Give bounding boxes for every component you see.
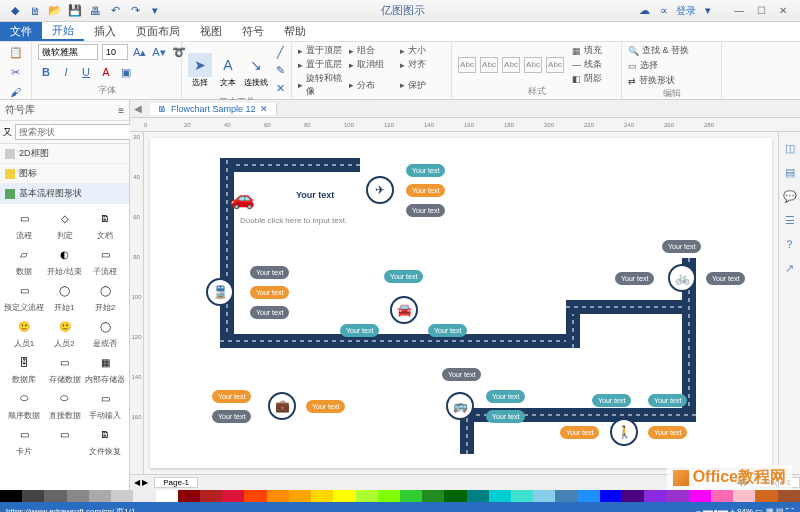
node-bus[interactable]: 🚌 [446, 392, 474, 420]
tag[interactable]: Your text [648, 394, 687, 407]
tag[interactable]: Your text [406, 184, 445, 197]
shape-category[interactable]: 图标 [0, 164, 129, 184]
share-icon[interactable]: ∝ [656, 4, 672, 18]
connector-tool-icon[interactable]: ↘ [244, 53, 268, 77]
shape-search-input[interactable] [15, 124, 135, 140]
font-decrease-icon[interactable]: A▾ [151, 44, 166, 60]
pencil-tool-icon[interactable]: ✎ [272, 62, 288, 78]
save-icon[interactable]: 💾 [68, 4, 82, 18]
shape-category[interactable]: 2D框图 [0, 144, 129, 164]
tag[interactable]: Your text [486, 390, 525, 403]
main-label[interactable]: Your text [296, 190, 334, 200]
color-palette[interactable] [0, 490, 800, 502]
tab-view[interactable]: 视图 [190, 22, 232, 41]
tag[interactable]: Your text [250, 266, 289, 279]
shape-item[interactable]: ▭ [46, 424, 83, 457]
shape-item[interactable]: 🗄数据库 [4, 352, 44, 385]
shape-item[interactable]: ◯开始2 [85, 280, 125, 313]
shadow-button[interactable]: ◧阴影 [572, 72, 602, 85]
new-doc-icon[interactable]: 🗎 [28, 4, 42, 18]
close-tab-icon[interactable]: ✕ [260, 104, 268, 114]
shape-item[interactable]: ▭卡片 [4, 424, 44, 457]
shape-item[interactable]: ⬭直接数据 [46, 388, 83, 421]
shapelib-menu-icon[interactable]: ≡ [118, 105, 124, 116]
side-tool-icon[interactable]: ▤ [782, 164, 798, 180]
shape-item[interactable]: ▭存储数据 [46, 352, 83, 385]
group-button[interactable]: ▸组合 [349, 44, 394, 57]
tag[interactable]: Your text [250, 286, 289, 299]
tag[interactable]: Your text [406, 164, 445, 177]
shape-item[interactable]: ▱数据 [4, 244, 44, 277]
tag[interactable]: Your text [486, 410, 525, 423]
canvas[interactable]: 🚗 Your text Double click here to input t… [144, 132, 778, 474]
minimize-button[interactable]: — [728, 2, 750, 20]
undo-icon[interactable]: ↶ [108, 4, 122, 18]
node-plane[interactable]: ✈ [366, 176, 394, 204]
line-button[interactable]: —线条 [572, 58, 602, 71]
tag[interactable]: Your text [662, 240, 701, 253]
node-train[interactable]: 🚆 [206, 278, 234, 306]
brush-icon[interactable]: 🖌 [8, 84, 24, 100]
qat-dropdown-icon[interactable]: ▾ [148, 4, 162, 18]
tag[interactable]: Your text [442, 368, 481, 381]
highlight-icon[interactable]: ▣ [118, 64, 134, 80]
style-swatch[interactable]: Abc [524, 57, 542, 73]
select-all-button[interactable]: ▭选择 [628, 59, 715, 72]
tag[interactable]: Your text [592, 394, 631, 407]
print-icon[interactable]: 🖶 [88, 4, 102, 18]
tag[interactable]: Your text [428, 324, 467, 337]
tag[interactable]: Your text [560, 426, 599, 439]
size-button[interactable]: ▸大小 [400, 44, 445, 57]
shape-item[interactable]: 🗎文件恢复 [85, 424, 125, 457]
page-tab[interactable]: Page-1 [154, 477, 198, 488]
redo-icon[interactable]: ↷ [128, 4, 142, 18]
fill-button[interactable]: ▦填充 [572, 44, 602, 57]
shape-item[interactable]: ◯是或否 [85, 316, 125, 349]
node-hiker[interactable]: 🚶 [610, 418, 638, 446]
tab-symbol[interactable]: 符号 [232, 22, 274, 41]
chevron-down-icon[interactable]: ▾ [700, 4, 716, 18]
style-swatch[interactable]: Abc [502, 57, 520, 73]
zoom-in-icon[interactable]: + [730, 507, 735, 513]
side-tool-icon[interactable]: ◫ [782, 140, 798, 156]
tag[interactable]: Your text [615, 272, 654, 285]
maximize-button[interactable]: ☐ [750, 2, 772, 20]
ungroup-button[interactable]: ▸取消组 [349, 58, 394, 71]
protect-button[interactable]: ▸保护 [400, 72, 445, 98]
rotate-button[interactable]: ▸旋转和镜像 [298, 72, 343, 98]
node-car[interactable]: 🚘 [390, 296, 418, 324]
document-tab[interactable]: 🗎 Flowchart Sample 12 ✕ [150, 103, 277, 115]
cloud-icon[interactable]: ☁ [636, 4, 652, 18]
tag[interactable]: Your text [212, 410, 251, 423]
node-bike[interactable]: 🚲 [668, 264, 696, 292]
align-button[interactable]: ▸对齐 [400, 58, 445, 71]
shape-item[interactable]: ▭子流程 [85, 244, 125, 277]
open-icon[interactable]: 📂 [48, 4, 62, 18]
login-link[interactable]: 登录 [676, 4, 696, 18]
shape-item[interactable]: ◇判定 [46, 208, 83, 241]
shape-item[interactable]: ◯开始1 [46, 280, 83, 313]
shape-item[interactable]: ◐开始/结束 [46, 244, 83, 277]
tag[interactable]: Your text [706, 272, 745, 285]
tag[interactable]: Your text [384, 270, 423, 283]
tag[interactable]: Your text [648, 426, 687, 439]
bold-icon[interactable]: B [38, 64, 54, 80]
shape-item[interactable]: ⬭顺序数据 [4, 388, 44, 421]
tab-help[interactable]: 帮助 [274, 22, 316, 41]
tab-insert[interactable]: 插入 [84, 22, 126, 41]
side-tool-icon[interactable]: ↗ [782, 260, 798, 276]
shape-item[interactable]: ▭预定义流程 [4, 280, 44, 313]
pointer-icon[interactable]: ➤ [188, 53, 212, 77]
tab-layout[interactable]: 页面布局 [126, 22, 190, 41]
tag[interactable]: Your text [212, 390, 251, 403]
line-tool-icon[interactable]: ╱ [272, 44, 288, 60]
close-button[interactable]: ✕ [772, 2, 794, 20]
file-tab[interactable]: 文件 [0, 22, 42, 41]
find-replace-button[interactable]: 🔍查找 & 替换 [628, 44, 715, 57]
erase-tool-icon[interactable]: ✕ [272, 80, 288, 96]
tab-home[interactable]: 开始 [42, 22, 84, 41]
distribute-button[interactable]: ▸分布 [349, 72, 394, 98]
side-comment-icon[interactable]: 💬 [782, 188, 798, 204]
style-swatch[interactable]: Abc [458, 57, 476, 73]
tag[interactable]: Your text [340, 324, 379, 337]
